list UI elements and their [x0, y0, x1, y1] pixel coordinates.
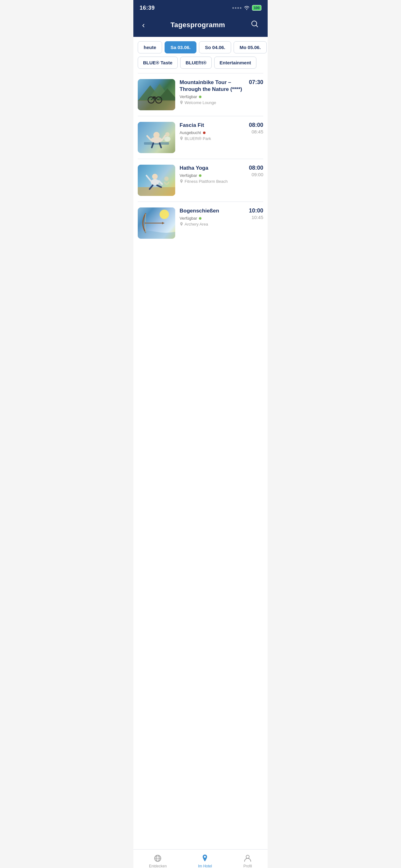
activity-item-mountainbike[interactable]: Mountainbike Tour – Through the Nature (… [133, 73, 268, 116]
activity-status-mountainbike: Verfügbar [179, 94, 244, 99]
nav-item-profil[interactable]: Profil [237, 853, 258, 868]
activity-time-archery: 10:00 10:45 [249, 208, 263, 220]
activity-name-yoga: Hatha Yoga [179, 165, 244, 172]
activity-name-mountainbike: Mountainbike Tour – Through the Nature (… [179, 79, 244, 93]
status-text-fascia: Ausgebucht [179, 130, 201, 135]
status-text-mountainbike: Verfügbar [179, 94, 197, 99]
status-icons: 100 [232, 5, 261, 11]
svg-point-18 [164, 177, 169, 181]
status-dot-mountainbike [199, 96, 201, 98]
tab-entertainment[interactable]: Entertainment [214, 57, 257, 69]
activity-location-mountainbike: Welcome Lounge [179, 100, 244, 105]
page-title: Tagesprogramm [170, 21, 225, 29]
time-start-yoga: 08:00 [249, 165, 263, 171]
activity-status-fascia: Ausgebucht [179, 130, 244, 135]
header: ‹ Tagesprogramm [133, 15, 268, 37]
nav-item-imhotel[interactable]: Im Hotel [192, 853, 218, 868]
activity-time-mountainbike: 07:30 [249, 79, 263, 86]
svg-point-13 [164, 136, 170, 142]
location-pin-icon-archery [179, 222, 183, 226]
status-text-yoga: Verfügbar [179, 173, 197, 178]
activity-time-fascia: 08:00 08:45 [249, 122, 263, 134]
activity-status-archery: Verfügbar [179, 216, 244, 221]
activity-location-archery: Archery Area [179, 222, 244, 226]
location-text-archery: Archery Area [185, 222, 208, 226]
person-icon [243, 854, 252, 863]
battery-indicator: 100 [252, 5, 261, 11]
time-end-archery: 10:45 [249, 215, 263, 220]
location-text-mountainbike: Welcome Lounge [185, 100, 216, 105]
activity-item-yoga[interactable]: Hatha Yoga Verfügbar Fitness Plattform B… [133, 159, 268, 202]
location-text-fascia: BLUEf!t® Park [185, 136, 211, 141]
svg-point-12 [165, 132, 170, 136]
activity-list: Mountainbike Tour – Through the Nature (… [133, 73, 268, 244]
activity-image-yoga [138, 165, 175, 196]
location-pin-icon-fascia [179, 136, 183, 141]
status-dot-archery [199, 217, 201, 220]
tab-blue-taste[interactable]: BLUE® Taste [138, 57, 178, 69]
nav-label-imhotel: Im Hotel [198, 864, 212, 868]
category-tabs: BLUE® Taste BLUEf!t® Entertainment [133, 54, 268, 73]
hotel-location-icon [201, 854, 209, 863]
date-tabs: heute Sa 03.06. So 04.06. Mo 05.06. [133, 37, 268, 54]
status-bar: 16:39 100 [133, 0, 268, 15]
tab-mo0506[interactable]: Mo 05.06. [234, 41, 267, 54]
nav-label-profil: Profil [243, 864, 252, 868]
location-text-yoga: Fitness Plattform Beach [185, 179, 228, 184]
time-end-yoga: 09:00 [249, 172, 263, 177]
svg-point-16 [152, 174, 158, 179]
activity-info-mountainbike: Mountainbike Tour – Through the Nature (… [179, 79, 244, 105]
tab-sa0306[interactable]: Sa 03.06. [165, 41, 196, 54]
activity-image-bike [138, 79, 175, 110]
svg-point-20 [160, 210, 169, 219]
status-text-archery: Verfügbar [179, 216, 197, 221]
bottom-navigation: Entdecken Im Hotel Profil [133, 849, 268, 868]
svg-point-26 [204, 856, 206, 858]
activity-name-fascia: Fascia Fit [179, 122, 244, 129]
time-end-fascia: 08:45 [249, 129, 263, 134]
activity-image-archery [138, 208, 175, 239]
activity-info-archery: Bogenschießen Verfügbar Archery Area [179, 208, 244, 226]
svg-point-17 [151, 179, 159, 185]
svg-rect-15 [138, 187, 175, 196]
status-dot-yoga [199, 174, 201, 177]
time-start-archery: 10:00 [249, 208, 263, 214]
svg-point-27 [246, 855, 249, 858]
back-button[interactable]: ‹ [140, 19, 147, 31]
search-icon [251, 20, 259, 28]
tab-so0406[interactable]: So 04.06. [199, 41, 231, 54]
location-pin-icon-yoga [179, 179, 183, 184]
activity-location-yoga: Fitness Plattform Beach [179, 179, 244, 184]
activity-item-archery[interactable]: Bogenschießen Verfügbar Archery Area 10:… [133, 202, 268, 244]
time-start-fascia: 08:00 [249, 122, 263, 128]
activity-image-fascia [138, 122, 175, 153]
globe-icon [153, 854, 162, 863]
wifi-icon [244, 6, 249, 10]
activity-info-fascia: Fascia Fit Ausgebucht BLUEf!t® Park [179, 122, 244, 141]
search-button[interactable] [248, 19, 261, 31]
tab-bluefit[interactable]: BLUEf!t® [180, 57, 212, 69]
signal-dots [232, 7, 241, 9]
activity-time-yoga: 08:00 09:00 [249, 165, 263, 177]
svg-point-11 [153, 132, 160, 138]
time-start-mountainbike: 07:30 [249, 79, 263, 86]
activity-item-fascia[interactable]: Fascia Fit Ausgebucht BLUEf!t® Park 08:0… [133, 116, 268, 159]
main-content: heute Sa 03.06. So 04.06. Mo 05.06. BLUE… [133, 37, 268, 849]
nav-item-entdecken[interactable]: Entdecken [143, 853, 173, 868]
activity-status-yoga: Verfügbar [179, 173, 244, 178]
activity-name-archery: Bogenschießen [179, 208, 244, 214]
activity-location-fascia: BLUEf!t® Park [179, 136, 244, 141]
nav-label-entdecken: Entdecken [149, 864, 167, 868]
status-dot-fascia [203, 131, 205, 134]
activity-info-yoga: Hatha Yoga Verfügbar Fitness Plattform B… [179, 165, 244, 184]
tab-heute[interactable]: heute [138, 41, 162, 54]
location-pin-icon [179, 101, 183, 105]
status-time: 16:39 [140, 5, 155, 11]
